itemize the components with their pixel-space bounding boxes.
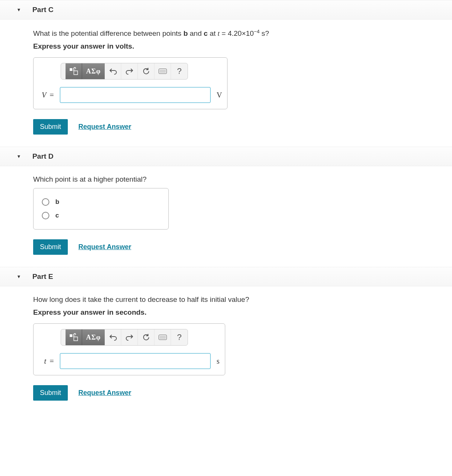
part-d-header[interactable]: ▼ Part D xyxy=(0,147,452,166)
undo-icon[interactable] xyxy=(105,329,121,345)
caret-down-icon: ▼ xyxy=(17,274,21,279)
equation-toolbar: √ ΑΣφ ? xyxy=(61,63,188,80)
redo-icon[interactable] xyxy=(121,329,138,345)
part-c-question: What is the potential difference between… xyxy=(33,29,444,38)
part-e-title: Part E xyxy=(32,272,53,281)
part-e-question: How long does it take the current to dec… xyxy=(33,295,444,304)
equation-toolbar: √ ΑΣφ ? xyxy=(61,329,188,346)
option-b[interactable]: b xyxy=(42,195,160,209)
svg-text:√: √ xyxy=(74,68,76,71)
part-e: ▼ Part E How long does it take the curre… xyxy=(0,267,452,410)
radio-icon xyxy=(42,212,49,219)
part-e-unit: s xyxy=(217,357,220,366)
part-c-answer-input[interactable] xyxy=(60,87,211,103)
svg-rect-0 xyxy=(70,68,72,71)
submit-button[interactable]: Submit xyxy=(33,119,68,135)
part-e-header[interactable]: ▼ Part E xyxy=(0,267,452,286)
option-label: b xyxy=(55,198,59,206)
caret-down-icon: ▼ xyxy=(17,7,21,12)
part-c-title: Part C xyxy=(32,6,53,14)
part-d-title: Part D xyxy=(32,152,53,161)
part-c-instruction: Express your answer in volts. xyxy=(33,42,444,51)
greek-symbols-button[interactable]: ΑΣφ xyxy=(82,329,105,345)
submit-button[interactable]: Submit xyxy=(33,239,68,255)
part-e-answer-input[interactable] xyxy=(60,353,211,369)
redo-icon[interactable] xyxy=(121,63,138,79)
part-c-answer-box: √ ΑΣφ ? xyxy=(33,57,228,109)
part-d: ▼ Part D Which point is at a higher pote… xyxy=(0,147,452,264)
part-c-header[interactable]: ▼ Part C xyxy=(0,0,452,20)
submit-button[interactable]: Submit xyxy=(33,385,68,401)
part-c-unit: V xyxy=(217,91,222,99)
reset-icon[interactable] xyxy=(138,329,154,345)
part-d-question: Which point is at a higher potential? xyxy=(33,175,444,184)
part-d-options: b c xyxy=(33,188,169,230)
option-c[interactable]: c xyxy=(42,209,160,222)
svg-rect-2 xyxy=(70,334,72,337)
svg-text:√: √ xyxy=(74,334,76,337)
keyboard-icon[interactable] xyxy=(154,329,171,345)
part-e-answer-box: √ ΑΣφ ? xyxy=(33,323,225,375)
request-answer-link[interactable]: Request Answer xyxy=(78,243,131,251)
templates-icon[interactable]: √ xyxy=(66,63,82,79)
undo-icon[interactable] xyxy=(105,63,121,79)
option-label: c xyxy=(55,212,59,219)
part-e-instruction: Express your answer in seconds. xyxy=(33,308,444,317)
reset-icon[interactable] xyxy=(138,63,154,79)
caret-down-icon: ▼ xyxy=(17,154,21,159)
help-icon[interactable]: ? xyxy=(171,329,188,345)
part-e-var-label: t = xyxy=(39,357,54,366)
templates-icon[interactable]: √ xyxy=(66,329,82,345)
part-c-var-label: V = xyxy=(39,91,54,99)
greek-symbols-button[interactable]: ΑΣφ xyxy=(82,63,105,79)
keyboard-icon[interactable] xyxy=(154,63,171,79)
request-answer-link[interactable]: Request Answer xyxy=(78,389,131,397)
request-answer-link[interactable]: Request Answer xyxy=(78,123,131,131)
radio-icon xyxy=(42,198,49,206)
help-icon[interactable]: ? xyxy=(171,63,188,79)
part-c: ▼ Part C What is the potential differenc… xyxy=(0,0,452,144)
